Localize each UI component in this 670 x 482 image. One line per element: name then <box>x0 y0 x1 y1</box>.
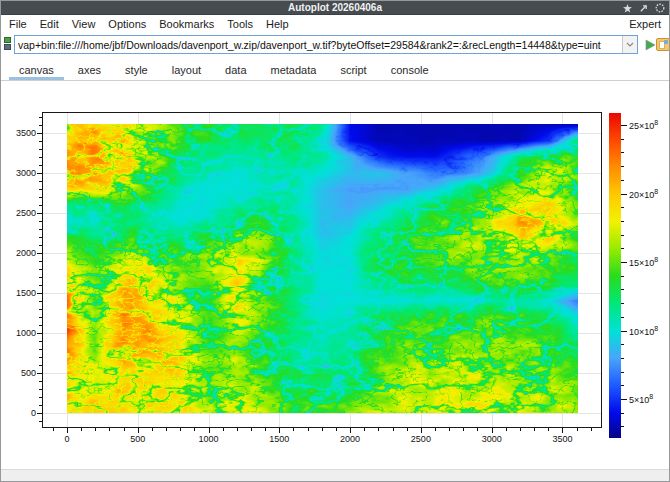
x-tick-label: 1000 <box>199 434 219 444</box>
x-axis-tick <box>95 428 96 431</box>
x-axis-tick <box>407 428 408 431</box>
close-icon[interactable] <box>655 3 665 13</box>
colorbar-tick <box>621 139 624 140</box>
x-axis-tick <box>293 428 294 431</box>
expert-mode-selector[interactable]: Expert <box>629 18 661 30</box>
y-axis-tick <box>39 309 42 310</box>
colorbar-tick <box>621 372 624 373</box>
x-tick-label: 0 <box>64 434 69 444</box>
x-axis-tick <box>67 428 68 433</box>
y-axis-tick <box>39 269 42 270</box>
x-tick-label: 2000 <box>340 434 360 444</box>
colorbar-tick <box>621 413 624 414</box>
menu-item-tools[interactable]: Tools <box>227 18 253 30</box>
inspect-button[interactable] <box>655 34 670 54</box>
x-axis-tick <box>308 428 309 431</box>
y-tick-label: 3000 <box>8 168 36 178</box>
colorbar-tick <box>621 207 624 208</box>
y-tick-label: 500 <box>8 368 36 378</box>
menu-item-view[interactable]: View <box>72 18 96 30</box>
y-axis-tick <box>39 157 42 158</box>
x-axis-tick <box>322 428 323 431</box>
x-axis-tick <box>251 428 252 431</box>
x-axis-tick <box>180 428 181 431</box>
x-axis-tick <box>53 428 54 431</box>
x-axis-tick <box>577 428 578 431</box>
y-axis-tick <box>39 117 42 118</box>
x-tick-label: 3500 <box>552 434 572 444</box>
colorbar-tick <box>621 303 624 304</box>
tab-console[interactable]: console <box>379 61 441 80</box>
x-axis-tick <box>364 428 365 431</box>
x-axis-tick <box>124 428 125 431</box>
colorbar-tick <box>621 166 624 167</box>
x-axis-tick <box>209 428 210 433</box>
menu-item-help[interactable]: Help <box>266 18 289 30</box>
y-axis-tick <box>37 293 42 294</box>
colorbar-tick <box>621 262 627 263</box>
uri-dropdown-button[interactable] <box>622 36 637 53</box>
x-axis-tick <box>194 428 195 431</box>
y-axis-tick <box>39 381 42 382</box>
x-axis-tick <box>435 428 436 431</box>
terrain-heatmap[interactable] <box>67 124 578 413</box>
autoplot-window: Autoplot 20260406a FileEditViewOptionsBo… <box>0 0 670 482</box>
menu-item-edit[interactable]: Edit <box>40 18 59 30</box>
x-tick-label: 1500 <box>269 434 289 444</box>
menu-item-file[interactable]: File <box>9 18 27 30</box>
x-axis-tick <box>534 428 535 431</box>
x-axis-tick <box>138 428 139 433</box>
maximize-icon[interactable] <box>639 4 648 13</box>
x-axis-tick <box>166 428 167 431</box>
y-axis-tick <box>37 173 42 174</box>
titlebar[interactable]: Autoplot 20260406a <box>1 1 669 15</box>
x-axis-tick <box>548 428 549 431</box>
tab-script[interactable]: script <box>328 61 378 80</box>
y-tick-label: 0 <box>8 408 36 418</box>
colorbar-tick-label: 20×108 <box>629 188 658 200</box>
file-inspect-icon <box>656 38 670 51</box>
x-axis-tick <box>350 428 351 433</box>
tab-axes[interactable]: axes <box>66 61 113 80</box>
tab-style[interactable]: style <box>113 61 160 80</box>
uri-input[interactable] <box>15 36 622 53</box>
colorbar-tick-label: 10×108 <box>629 325 658 337</box>
y-axis-tick <box>39 317 42 318</box>
menu-item-bookmarks[interactable]: Bookmarks <box>159 18 214 30</box>
y-axis-tick <box>39 405 42 406</box>
datasource-icon <box>4 37 12 51</box>
x-axis-tick <box>152 428 153 431</box>
y-axis-tick <box>39 341 42 342</box>
y-axis-tick <box>39 301 42 302</box>
y-axis-tick <box>39 245 42 246</box>
x-tick-label: 2500 <box>411 434 431 444</box>
pin-icon[interactable] <box>623 4 632 13</box>
chevron-down-icon <box>626 42 634 47</box>
menu-item-options[interactable]: Options <box>108 18 146 30</box>
y-axis-tick <box>37 333 42 334</box>
colorbar[interactable] <box>609 113 621 438</box>
y-axis-tick <box>39 205 42 206</box>
x-tick-label: 3000 <box>482 434 502 444</box>
tab-data[interactable]: data <box>213 61 258 80</box>
colorbar-tick <box>621 358 624 359</box>
colorbar-tick-label: 5×108 <box>629 393 653 405</box>
colorbar-tick <box>621 331 627 332</box>
y-axis-tick <box>39 325 42 326</box>
colorbar-tick <box>621 317 624 318</box>
y-axis-tick <box>39 365 42 366</box>
x-axis-tick <box>562 428 563 433</box>
x-axis-tick <box>477 428 478 431</box>
y-tick-label: 2000 <box>8 248 36 258</box>
x-axis-tick <box>223 428 224 431</box>
colorbar-tick <box>621 125 627 126</box>
uri-field-wrap <box>14 35 638 54</box>
x-axis-tick <box>336 428 337 431</box>
tab-canvas[interactable]: canvas <box>7 61 66 80</box>
tab-metadata[interactable]: metadata <box>259 61 329 80</box>
y-axis-tick <box>39 197 42 198</box>
colorbar-tick-label: 25×108 <box>629 119 658 131</box>
tab-layout[interactable]: layout <box>160 61 213 80</box>
x-axis-tick <box>492 428 493 433</box>
y-axis-tick <box>37 133 42 134</box>
